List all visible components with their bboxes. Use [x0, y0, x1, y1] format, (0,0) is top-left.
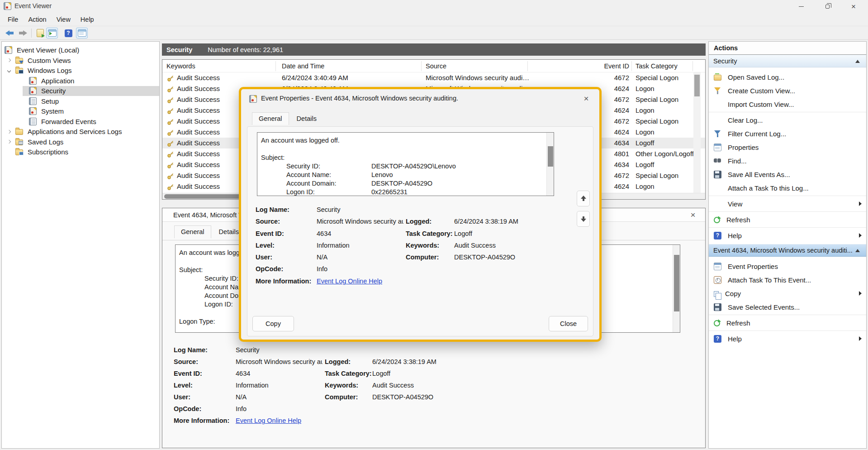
field-label: Level:: [256, 241, 275, 250]
action-event-properties[interactable]: Event Properties: [709, 259, 866, 273]
action-attach-task-to-this-event[interactable]: Attach Task To This Event...: [709, 273, 866, 287]
column-header-keywords[interactable]: Keywords: [166, 60, 195, 72]
action-refresh[interactable]: Refresh: [709, 213, 866, 226]
dialog-tab-general[interactable]: General: [252, 112, 289, 125]
action-find[interactable]: Find...: [709, 154, 866, 168]
export-button[interactable]: [34, 28, 46, 38]
action-pane-toggle[interactable]: [76, 28, 88, 38]
dialog-close-icon-button[interactable]: ×: [580, 93, 592, 105]
action-view[interactable]: View: [709, 197, 866, 211]
chevron-icon: [7, 69, 11, 72]
action-item-icon: [714, 130, 721, 138]
collapse-icon[interactable]: [855, 249, 860, 252]
dialog-description-scrollbar-thumb[interactable]: [548, 146, 553, 167]
action-refresh[interactable]: Refresh: [709, 316, 866, 330]
tree-item-applications-and-services-logs[interactable]: Applications and Services Logs: [2, 127, 159, 137]
menu-item-action[interactable]: Action: [23, 14, 51, 24]
back-button[interactable]: [4, 28, 15, 38]
tree-item-root[interactable]: Event Viewer (Local): [2, 44, 159, 55]
tree-item-label: Subscriptions: [26, 148, 70, 156]
tree-item-label: Application: [39, 77, 76, 85]
action-import-custom-view[interactable]: Import Custom View...: [709, 97, 866, 111]
next-event-button[interactable]: [577, 211, 590, 227]
chevron-box[interactable]: [5, 138, 13, 145]
action-save-selected-events[interactable]: Save Selected Events...: [709, 300, 866, 314]
chevron-box[interactable]: [19, 118, 26, 125]
column-header-datetime[interactable]: Date and Time: [282, 60, 324, 72]
arrow-down-icon: [581, 216, 586, 222]
chevron-box[interactable]: [19, 108, 26, 115]
action-item-label: Refresh: [726, 319, 750, 327]
table-vertical-scrollbar[interactable]: [693, 72, 701, 194]
tree-item-windows-logs[interactable]: Windows Logs: [2, 66, 159, 76]
action-clear-log[interactable]: Clear Log...: [709, 113, 866, 127]
tree-item-setup[interactable]: Setup: [2, 96, 159, 106]
event-log-online-help-link[interactable]: Event Log Online Help: [317, 277, 382, 286]
close-button[interactable]: ×: [840, 0, 867, 13]
dialog-description-scrollbar[interactable]: [546, 133, 554, 196]
chevron-box[interactable]: [19, 87, 26, 95]
chevron-box[interactable]: [5, 128, 13, 135]
help-button[interactable]: ?: [62, 28, 74, 38]
table-vertical-scrollbar-thumb[interactable]: [694, 75, 700, 96]
action-attach-a-task-to-this-log[interactable]: Attach a Task To this Log...: [709, 181, 866, 195]
tree-item-saved-logs[interactable]: Saved Logs: [2, 137, 159, 147]
field-label: More Information:: [256, 277, 311, 286]
action-help[interactable]: Help: [709, 332, 866, 345]
tree-item-label: Setup: [39, 97, 61, 105]
action-item-label: Properties: [728, 144, 759, 151]
collapse-icon[interactable]: [855, 60, 860, 63]
actions-separator: [709, 315, 866, 315]
menu-item-file[interactable]: File: [3, 14, 23, 24]
description-line: [261, 145, 554, 153]
tree-item-subscriptions[interactable]: Subscriptions: [2, 147, 159, 158]
action-properties[interactable]: Properties: [709, 140, 866, 154]
action-open-saved-log[interactable]: Open Saved Log...: [709, 70, 866, 84]
dialog-tab-details[interactable]: Details: [290, 112, 323, 125]
action-save-all-events-as[interactable]: Save All Events As...: [709, 168, 866, 181]
event-log-online-help-link[interactable]: Event Log Online Help: [236, 416, 301, 425]
action-filter-current-log[interactable]: Filter Current Log...: [709, 127, 866, 140]
field-value: 6/24/2024 3:38:19 AM: [454, 217, 518, 226]
chevron-box[interactable]: [5, 57, 13, 64]
action-help[interactable]: Help: [709, 229, 866, 242]
chevron-box[interactable]: [19, 77, 26, 84]
console-tree-toggle[interactable]: [46, 28, 58, 38]
actions-section-header[interactable]: Event 4634, Microsoft Windows security a…: [709, 244, 866, 257]
keywords-cell: Audit Success: [177, 72, 220, 83]
chevron-box[interactable]: [5, 67, 13, 74]
tree-item-label: Security: [39, 86, 67, 95]
key-icon: [167, 96, 174, 103]
tree-item-custom-views[interactable]: Custom Views: [2, 55, 159, 66]
actions-section-header[interactable]: Security: [709, 55, 866, 67]
menu-item-help[interactable]: Help: [76, 14, 99, 24]
chevron-box[interactable]: [5, 148, 13, 156]
dialog-close-button[interactable]: Close: [549, 316, 588, 331]
chevron-icon: [7, 130, 11, 134]
column-header-source[interactable]: Source: [426, 60, 446, 72]
restore-button[interactable]: [814, 0, 840, 13]
event-row[interactable]: Audit Success 6/24/2024 3:40:49 AM Micro…: [162, 72, 705, 83]
copy-button[interactable]: Copy: [252, 316, 294, 331]
minimize-button[interactable]: [788, 0, 814, 13]
chevron-box[interactable]: [19, 97, 26, 105]
tree-item-security[interactable]: Security: [2, 86, 159, 96]
column-header-eventid[interactable]: Event ID: [588, 60, 629, 72]
field-value: DESKTOP-A04529O: [372, 393, 433, 402]
previous-event-button[interactable]: [577, 191, 590, 206]
preview-tab-general[interactable]: General: [174, 225, 211, 238]
action-item-icon: [714, 144, 721, 151]
tree-item-system[interactable]: System: [2, 106, 159, 117]
action-create-custom-view[interactable]: Create Custom View...: [709, 84, 866, 97]
key-icon: [167, 139, 174, 147]
actions-section-label: Event 4634, Microsoft Windows security a…: [713, 247, 855, 254]
action-item-icon: [714, 276, 721, 284]
forward-button[interactable]: [17, 28, 29, 38]
menu-item-view[interactable]: View: [52, 14, 76, 24]
column-header-taskcategory[interactable]: Task Category: [636, 60, 678, 72]
tree-item-application[interactable]: Application: [2, 76, 159, 86]
action-copy[interactable]: Copy: [709, 287, 866, 300]
field-label: More Information:: [174, 416, 229, 425]
key-icon: [167, 107, 174, 114]
tree-item-forwarded-events[interactable]: Forwarded Events: [2, 116, 159, 127]
